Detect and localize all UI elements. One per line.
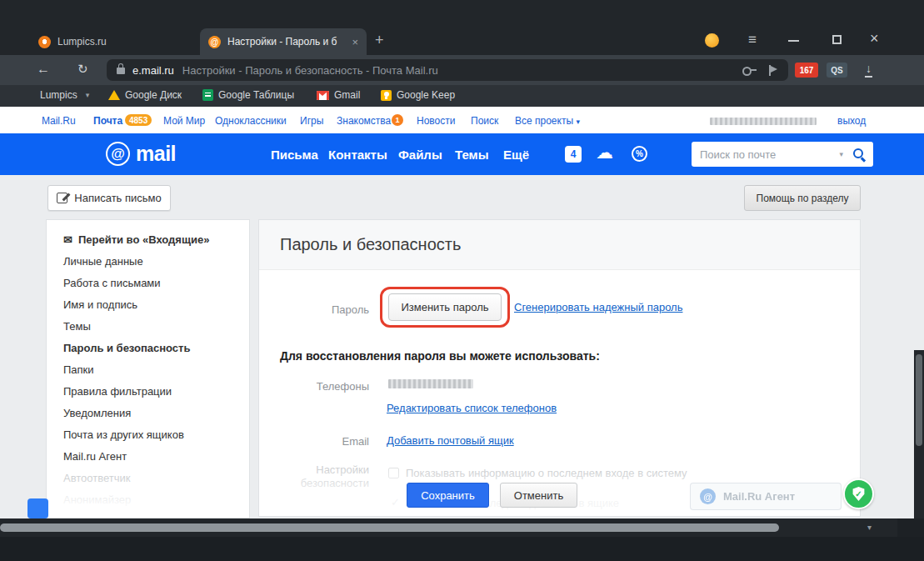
sidebar-item-personal-data[interactable]: Личные данные — [47, 250, 249, 272]
portal-link-all-projects[interactable]: Все проекты ▾ — [515, 115, 580, 127]
reload-button[interactable]: ↻ — [77, 62, 88, 77]
cancel-button[interactable]: Отменить — [500, 483, 577, 508]
downloads-icon[interactable]: ↓ — [865, 62, 872, 78]
lumpics-favicon-icon — [38, 36, 51, 48]
sidebar-item-other-mailboxes[interactable]: Почта из других ящиков — [47, 423, 249, 445]
sidebar-item-mail-handling[interactable]: Работа с письмами — [47, 272, 249, 293]
save-button[interactable]: Сохранить — [407, 483, 489, 508]
bookmarks-bar: Lumpics ▾ Google Диск Google Таблицы Gma… — [0, 85, 924, 107]
adblock-extension-badge[interactable]: 167 — [795, 63, 818, 78]
bookmark-google-keep[interactable]: Google Keep — [381, 89, 455, 101]
change-password-button[interactable]: Изменить пароль — [388, 293, 502, 321]
mailru-logo[interactable]: @ mail — [106, 142, 176, 166]
envelope-icon: ✉ — [63, 233, 72, 246]
mail-search-box: ▾ — [692, 142, 873, 167]
header-nav-files[interactable]: Файлы — [398, 148, 442, 162]
header-nav-themes[interactable]: Темы — [455, 148, 488, 162]
window-minimize-button[interactable] — [788, 40, 799, 42]
generate-password-link[interactable]: Сгенерировать надежный пароль — [514, 301, 682, 313]
sidebar-item-folders[interactable]: Папки — [47, 358, 249, 380]
compose-button[interactable]: Написать письмо — [47, 185, 171, 211]
bookmark-google-drive[interactable]: Google Диск — [108, 89, 182, 101]
address-bar: ← ↻ e.mail.ru Настройки - Пароль и безоп… — [0, 55, 924, 85]
recovery-heading: Для восстановления пароля вы можете испо… — [280, 349, 600, 363]
sidebar-item-agent[interactable]: Mail.ru Агент — [47, 445, 249, 467]
tab-close-icon[interactable]: × — [352, 36, 358, 48]
sidebar-item-filters[interactable]: Правила фильтрации — [47, 380, 249, 402]
sidebar-item-name-signature[interactable]: Имя и подпись — [47, 293, 249, 315]
lock-icon — [117, 68, 125, 74]
google-keep-icon — [381, 90, 392, 101]
tab-lumpics[interactable]: Lumpics.ru — [30, 28, 197, 55]
horizontal-scrollbar[interactable]: ▾ — [0, 518, 924, 537]
logout-link[interactable]: выход — [837, 115, 866, 127]
bookmark-google-sheets[interactable]: Google Таблицы — [202, 89, 294, 101]
vertical-scrollbar-thumb[interactable] — [916, 354, 922, 446]
header-nav-letters[interactable]: Письма — [271, 148, 318, 162]
portal-link-search[interactable]: Поиск — [471, 115, 498, 127]
antivirus-shield-button[interactable]: ✓ — [843, 478, 874, 509]
extension-badge[interactable]: QS — [827, 63, 847, 78]
url-domain: e.mail.ru — [132, 64, 174, 77]
add-mailbox-link[interactable]: Добавить почтовый ящик — [387, 434, 514, 447]
at-logo-icon: @ — [106, 142, 130, 166]
tab-title: Настройки - Пароль и б — [227, 36, 345, 48]
agent-icon: @ — [700, 488, 716, 504]
sidebar-item-themes[interactable]: Темы — [47, 315, 249, 337]
phone-number-blurred — [388, 379, 473, 388]
search-input[interactable] — [700, 148, 836, 161]
agent-label: Mail.Ru Агент — [723, 490, 795, 503]
google-drive-icon — [108, 90, 120, 100]
header-nav-contacts[interactable]: Контакты — [328, 148, 387, 162]
portal-link-moymir[interactable]: Мой Мир — [163, 115, 205, 127]
url-page-title: Настройки - Пароль и безопасность - Почт… — [182, 64, 742, 77]
tab-bar: Lumpics.ru @ Настройки - Пароль и б × + … — [0, 0, 924, 55]
edit-phones-link[interactable]: Редактировать список телефонов — [387, 402, 557, 414]
user-email-blurred — [710, 118, 817, 125]
back-button[interactable]: ← — [37, 62, 50, 77]
portal-link-dating[interactable]: Знакомства — [337, 115, 391, 127]
search-scope-caret-icon[interactable]: ▾ — [839, 150, 843, 158]
browser-window: Lumpics.ru @ Настройки - Пароль и б × + … — [0, 0, 924, 561]
page-title: Пароль и безопасность — [280, 235, 461, 254]
password-security-panel: Пароль и безопасность Пароль Изменить па… — [258, 219, 861, 517]
sidebar-item-go-inbox[interactable]: ✉ Перейти во «Входящие» — [47, 228, 249, 250]
window-maximize-button[interactable] — [832, 35, 842, 44]
protect-icon[interactable] — [705, 33, 719, 48]
tab-title: Lumpics.ru — [57, 36, 188, 48]
portal-link-news[interactable]: Новости — [417, 115, 455, 127]
horizontal-scrollbar-thumb[interactable] — [0, 523, 779, 532]
portal-link-mail[interactable]: Почта — [93, 115, 122, 127]
new-tab-button[interactable]: + — [375, 32, 384, 49]
bookmark-gmail[interactable]: Gmail — [317, 89, 360, 101]
sidebar-item-notifications[interactable]: Уведомления — [47, 402, 249, 423]
panel-header: Пароль и безопасность — [259, 220, 860, 270]
phones-label: Телефоны — [259, 380, 369, 393]
url-field[interactable]: e.mail.ru Настройки - Пароль и безопасно… — [107, 59, 788, 81]
header-nav-more[interactable]: Ещё — [503, 148, 529, 162]
bookmark-folder-lumpics[interactable]: Lumpics ▾ — [40, 89, 89, 101]
portal-link-mailru[interactable]: Mail.Ru — [42, 115, 76, 127]
window-close-button[interactable]: × — [870, 30, 879, 48]
search-icon[interactable] — [852, 148, 866, 161]
tab-mailru-settings[interactable]: @ Настройки - Пароль и б × — [200, 28, 367, 55]
help-button[interactable]: Помощь по разделу — [744, 185, 861, 211]
bookmark-flag-icon[interactable] — [769, 65, 778, 76]
portal-nav: Mail.Ru Почта 4853 Мой Мир Одноклассники… — [0, 107, 924, 133]
email-label: Email — [259, 435, 369, 448]
agent-widget[interactable]: @ Mail.Ru Агент — [690, 483, 842, 510]
scrollbar-corner — [897, 518, 924, 537]
dating-count-badge: 1 — [392, 114, 403, 126]
sidebar-item-password-security[interactable]: Пароль и безопасность — [47, 337, 249, 358]
password-key-icon[interactable] — [742, 65, 757, 76]
calendar-icon[interactable]: 4 — [565, 146, 582, 163]
portal-link-games[interactable]: Игры — [300, 115, 323, 127]
browser-menu-icon[interactable]: ≡ — [748, 32, 757, 48]
corner-widget[interactable] — [27, 498, 48, 518]
sidebar-fade-overlay — [47, 469, 249, 518]
settings-sidebar: ✉ Перейти во «Входящие» Личные данные Ра… — [46, 219, 250, 518]
portal-link-ok[interactable]: Одноклассники — [215, 115, 287, 127]
scrollbar-arrow-icon[interactable]: ▾ — [867, 523, 872, 532]
discounts-icon[interactable]: % — [632, 146, 647, 162]
cloud-icon[interactable]: ☁ — [596, 143, 613, 163]
